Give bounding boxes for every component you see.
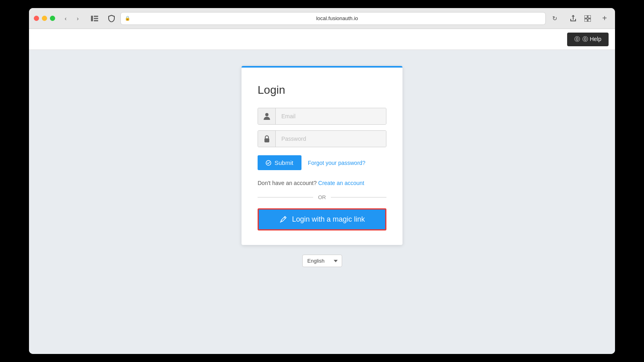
svg-rect-3 — [94, 20, 98, 21]
login-title: Login — [258, 84, 386, 97]
minimize-button[interactable] — [42, 16, 47, 21]
url-text: local.fusionauth.io — [133, 15, 541, 21]
svg-rect-6 — [584, 19, 587, 22]
svg-point-12 — [281, 220, 282, 221]
sidebar-toggle-button[interactable] — [88, 13, 101, 24]
browser-titlebar: ‹ › 🔒 local.fusionauth.io ↻ — [29, 8, 615, 29]
create-account-link[interactable]: Create an account — [318, 180, 364, 186]
svg-rect-0 — [91, 16, 93, 21]
share-button[interactable] — [567, 13, 580, 24]
help-button[interactable]: ⓪ ⓪ Help — [567, 33, 609, 46]
svg-rect-1 — [94, 16, 98, 17]
submit-icon — [266, 160, 271, 166]
svg-point-11 — [280, 221, 281, 222]
shield-icon — [108, 15, 115, 22]
browser-actions — [567, 13, 594, 24]
svg-rect-4 — [584, 15, 587, 18]
password-input-group — [258, 130, 386, 147]
forgot-password-link[interactable]: Forgot your password? — [308, 160, 365, 166]
svg-rect-5 — [588, 15, 591, 18]
no-account-text: Don't have an account? — [258, 180, 317, 186]
tab-overview-button[interactable] — [581, 13, 594, 24]
forward-button[interactable]: › — [72, 13, 83, 24]
sidebar-icon — [91, 16, 98, 21]
refresh-button[interactable]: ↻ — [549, 13, 560, 24]
register-text: Don't have an account? Create an account — [258, 180, 386, 186]
email-field[interactable] — [276, 108, 386, 124]
or-text: OR — [318, 194, 326, 200]
back-button[interactable]: ‹ — [60, 13, 71, 24]
svg-point-8 — [265, 113, 268, 116]
page-content: Login — [29, 50, 615, 354]
shield-button[interactable] — [106, 13, 117, 24]
new-tab-button[interactable]: + — [599, 13, 610, 24]
svg-rect-2 — [94, 18, 98, 19]
login-card: Login — [242, 66, 402, 245]
lock-field-icon — [258, 131, 276, 147]
help-question-icon: ⓪ — [574, 36, 580, 43]
divider-right — [331, 197, 386, 197]
magic-link-button[interactable]: Login with a magic link — [258, 208, 386, 230]
help-label: ⓪ Help — [582, 36, 601, 43]
svg-rect-9 — [264, 138, 269, 142]
password-field[interactable] — [276, 131, 386, 147]
svg-rect-7 — [588, 19, 591, 22]
address-bar[interactable]: 🔒 local.fusionauth.io — [120, 12, 546, 25]
maximize-button[interactable] — [50, 16, 55, 21]
tab-overview-icon — [584, 15, 591, 22]
browser-window: ‹ › 🔒 local.fusionauth.io ↻ — [29, 8, 615, 354]
share-icon — [570, 15, 576, 22]
traffic-lights — [34, 16, 55, 21]
close-button[interactable] — [34, 16, 39, 21]
magic-link-label: Login with a magic link — [292, 215, 365, 224]
or-divider: OR — [258, 194, 386, 200]
form-actions: Submit Forgot your password? — [258, 155, 386, 170]
browser-toolbar: ⓪ ⓪ Help — [29, 29, 615, 50]
submit-label: Submit — [275, 159, 293, 166]
language-select[interactable]: English French Spanish German Japanese — [302, 255, 342, 267]
submit-button[interactable]: Submit — [258, 155, 301, 170]
nav-buttons: ‹ › — [60, 13, 83, 24]
lock-icon: 🔒 — [125, 16, 130, 21]
magic-link-icon — [279, 216, 287, 224]
email-input-group — [258, 108, 386, 125]
language-selector: English French Spanish German Japanese — [302, 255, 342, 267]
user-icon — [258, 108, 276, 124]
divider-left — [258, 197, 313, 197]
